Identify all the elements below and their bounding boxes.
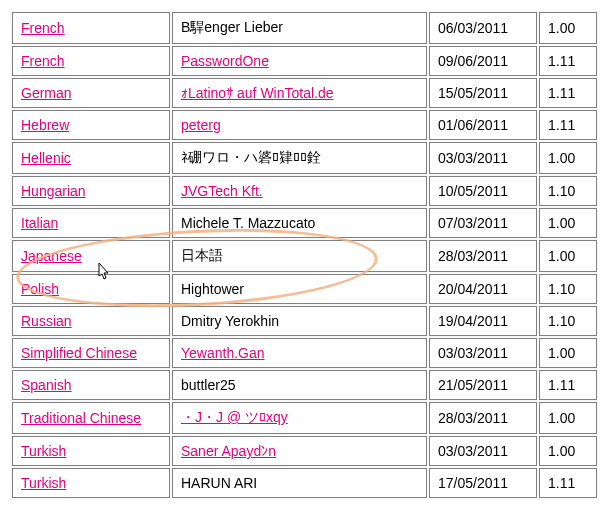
language-cell: Simplified Chinese: [12, 338, 170, 368]
language-link[interactable]: Turkish: [21, 443, 66, 459]
translator-cell: peterg: [172, 110, 427, 140]
date-cell: 03/03/2011: [429, 338, 537, 368]
translator-link[interactable]: PasswordOne: [181, 53, 269, 69]
language-cell: Hellenic: [12, 142, 170, 174]
language-link[interactable]: Traditional Chinese: [21, 410, 141, 426]
table-row: FrenchB駻enger Lieber06/03/20111.00: [12, 12, 597, 44]
translator-cell: Hightower: [172, 274, 427, 304]
translator-cell: Dmitry Yerokhin: [172, 306, 427, 336]
language-link[interactable]: French: [21, 53, 65, 69]
table-row: PolishHightower20/04/20111.10: [12, 274, 597, 304]
date-cell: 07/03/2011: [429, 208, 537, 238]
language-link[interactable]: Italian: [21, 215, 58, 231]
language-cell: Hebrew: [12, 110, 170, 140]
translator-link[interactable]: ・J・J @ ツﾛxqy: [181, 409, 288, 425]
table-row: Spanishbuttler2521/05/20111.11: [12, 370, 597, 400]
translator-link[interactable]: Saner Apaydﾝn: [181, 443, 276, 459]
language-cell: Italian: [12, 208, 170, 238]
date-cell: 28/03/2011: [429, 402, 537, 434]
version-cell: 1.11: [539, 46, 597, 76]
version-cell: 1.00: [539, 402, 597, 434]
version-cell: 1.00: [539, 142, 597, 174]
translator-cell: B駻enger Lieber: [172, 12, 427, 44]
language-link[interactable]: Polish: [21, 281, 59, 297]
date-cell: 06/03/2011: [429, 12, 537, 44]
translator-link: B駻enger Lieber: [181, 19, 283, 35]
date-cell: 15/05/2011: [429, 78, 537, 108]
version-cell: 1.11: [539, 78, 597, 108]
language-link[interactable]: Russian: [21, 313, 72, 329]
translator-cell: Michele T. Mazzucato: [172, 208, 427, 238]
table-row: TurkishHARUN ARI17/05/20111.11: [12, 468, 597, 498]
table-row: Simplified ChineseYewanth.Gan03/03/20111…: [12, 338, 597, 368]
table-row: GermanｫLatinoｻ auf WinTotal.de15/05/2011…: [12, 78, 597, 108]
version-cell: 1.10: [539, 176, 597, 206]
language-cell: Polish: [12, 274, 170, 304]
version-cell: 1.11: [539, 110, 597, 140]
table-row: Hebrewpeterg01/06/20111.11: [12, 110, 597, 140]
translator-cell: PasswordOne: [172, 46, 427, 76]
date-cell: 28/03/2011: [429, 240, 537, 272]
language-link[interactable]: Japanese: [21, 248, 82, 264]
date-cell: 01/06/2011: [429, 110, 537, 140]
translator-cell: 日本語: [172, 240, 427, 272]
date-cell: 21/05/2011: [429, 370, 537, 400]
date-cell: 03/03/2011: [429, 142, 537, 174]
language-link[interactable]: Hungarian: [21, 183, 86, 199]
translator-cell: JVGTech Kft.: [172, 176, 427, 206]
language-link[interactable]: French: [21, 20, 65, 36]
language-cell: Turkish: [12, 468, 170, 498]
translator-link: 日本語: [181, 247, 223, 263]
language-cell: Turkish: [12, 436, 170, 466]
language-cell: Spanish: [12, 370, 170, 400]
table-row: RussianDmitry Yerokhin19/04/20111.10: [12, 306, 597, 336]
table-row: TurkishSaner Apaydﾝn03/03/20111.00: [12, 436, 597, 466]
translator-link: HARUN ARI: [181, 475, 257, 491]
translator-link: Dmitry Yerokhin: [181, 313, 279, 329]
table-row: HungarianJVGTech Kft.10/05/20111.10: [12, 176, 597, 206]
table-row: Japanese日本語28/03/20111.00: [12, 240, 597, 272]
translator-link[interactable]: JVGTech Kft.: [181, 183, 263, 199]
version-cell: 1.00: [539, 240, 597, 272]
translations-table: FrenchB駻enger Lieber06/03/20111.00French…: [10, 10, 599, 500]
translator-cell: HARUN ARI: [172, 468, 427, 498]
language-cell: German: [12, 78, 170, 108]
language-cell: Hungarian: [12, 176, 170, 206]
table-row: Traditional Chinese・J・J @ ツﾛxqy28/03/201…: [12, 402, 597, 434]
date-cell: 10/05/2011: [429, 176, 537, 206]
table-row: Hellenicﾈ硼ワロ・ハ碆ﾛ肄ﾛﾛ銓03/03/20111.00: [12, 142, 597, 174]
language-link[interactable]: Turkish: [21, 475, 66, 491]
language-link[interactable]: Spanish: [21, 377, 72, 393]
version-cell: 1.00: [539, 208, 597, 238]
translator-link: buttler25: [181, 377, 235, 393]
translator-link[interactable]: peterg: [181, 117, 221, 133]
translator-cell: buttler25: [172, 370, 427, 400]
language-link[interactable]: Simplified Chinese: [21, 345, 137, 361]
translator-cell: ｫLatinoｻ auf WinTotal.de: [172, 78, 427, 108]
version-cell: 1.10: [539, 306, 597, 336]
table-row: FrenchPasswordOne09/06/20111.11: [12, 46, 597, 76]
version-cell: 1.00: [539, 436, 597, 466]
language-cell: Traditional Chinese: [12, 402, 170, 434]
table-row: ItalianMichele T. Mazzucato07/03/20111.0…: [12, 208, 597, 238]
language-cell: French: [12, 12, 170, 44]
date-cell: 20/04/2011: [429, 274, 537, 304]
language-cell: Japanese: [12, 240, 170, 272]
language-link[interactable]: Hebrew: [21, 117, 69, 133]
version-cell: 1.00: [539, 338, 597, 368]
translator-cell: ﾈ硼ワロ・ハ碆ﾛ肄ﾛﾛ銓: [172, 142, 427, 174]
translator-cell: ・J・J @ ツﾛxqy: [172, 402, 427, 434]
translator-link[interactable]: Yewanth.Gan: [181, 345, 265, 361]
date-cell: 17/05/2011: [429, 468, 537, 498]
translator-link: Michele T. Mazzucato: [181, 215, 315, 231]
version-cell: 1.00: [539, 12, 597, 44]
date-cell: 19/04/2011: [429, 306, 537, 336]
language-link[interactable]: Hellenic: [21, 150, 71, 166]
translator-link: ﾈ硼ワロ・ハ碆ﾛ肄ﾛﾛ銓: [181, 149, 321, 165]
version-cell: 1.10: [539, 274, 597, 304]
version-cell: 1.11: [539, 370, 597, 400]
date-cell: 09/06/2011: [429, 46, 537, 76]
language-link[interactable]: German: [21, 85, 72, 101]
translator-link[interactable]: ｫLatinoｻ auf WinTotal.de: [181, 85, 334, 101]
date-cell: 03/03/2011: [429, 436, 537, 466]
